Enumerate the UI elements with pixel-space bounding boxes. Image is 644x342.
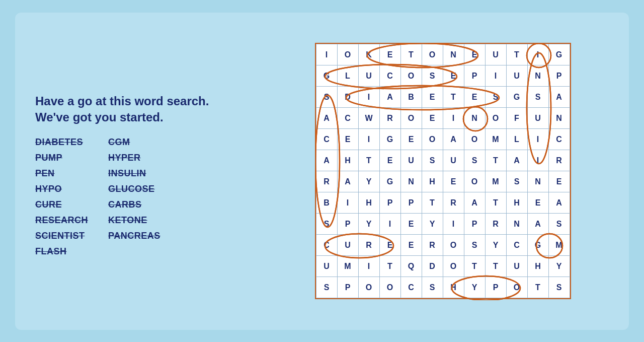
grid-cell: S	[316, 87, 337, 108]
grid-cell: U	[506, 65, 527, 87]
grid-cell: I	[443, 214, 464, 235]
grid-cell: O	[506, 277, 527, 298]
grid-cell: A	[337, 171, 358, 192]
grid-cell: Y	[464, 277, 485, 298]
grid-cell: A	[527, 214, 548, 235]
grid-cell: U	[485, 44, 506, 65]
grid-cell: B	[400, 87, 422, 108]
grid-cell: H	[443, 277, 464, 298]
grid-cell: A	[316, 108, 337, 129]
grid-cell: O	[358, 277, 379, 298]
grid-cell: A	[506, 150, 527, 171]
grid-cell: I	[527, 129, 548, 150]
grid-cell: U	[443, 150, 464, 171]
grid-cell: I	[337, 192, 358, 214]
grid-cell: E	[422, 108, 443, 129]
grid-cell: S	[464, 150, 485, 171]
grid-cell: S	[316, 214, 337, 235]
grid-cell: R	[443, 192, 464, 214]
grid-cell: Y	[548, 256, 570, 277]
grid-cell: N	[527, 65, 548, 87]
grid-cell: Y	[358, 214, 379, 235]
word-item: FLASH	[35, 246, 88, 257]
grid-cell: A	[443, 129, 464, 150]
grid-cell: O	[443, 235, 464, 256]
grid-cell: N	[506, 214, 527, 235]
word-item: INSULIN	[108, 168, 160, 179]
grid-cell: T	[400, 44, 422, 65]
grid-cell: A	[548, 192, 570, 214]
grid-cell: N	[527, 171, 548, 192]
grid-cell: O	[464, 171, 485, 192]
grid-cell: E	[379, 44, 400, 65]
word-item: RESEARCH	[35, 215, 88, 226]
grid-cell: I	[358, 87, 379, 108]
word-item: GLUCOSE	[108, 184, 160, 194]
word-item: CURE	[35, 199, 88, 210]
grid-cell: S	[422, 65, 443, 87]
grid-cell: O	[400, 108, 422, 129]
grid-cell: M	[337, 256, 358, 277]
grid-cell: C	[337, 108, 358, 129]
grid-cell: H	[527, 256, 548, 277]
grid-cell: S	[485, 87, 506, 108]
grid-cell: T	[527, 277, 548, 298]
grid-cell: M	[485, 129, 506, 150]
grid-cell: U	[400, 150, 422, 171]
grid-cell: B	[316, 192, 337, 214]
grid-cell: U	[527, 108, 548, 129]
grid-cell: D	[422, 256, 443, 277]
grid-cell: A	[379, 87, 400, 108]
grid-cell: E	[548, 171, 570, 192]
grid-cell: T	[506, 44, 527, 65]
grid-cell: G	[379, 129, 400, 150]
grid-cell: O	[443, 256, 464, 277]
grid-cell: G	[527, 235, 548, 256]
grid-cell: G	[506, 87, 527, 108]
word-item: PEN	[35, 168, 88, 179]
grid-cell: E	[337, 129, 358, 150]
grid-cell: S	[506, 171, 527, 192]
grid-cell: E	[443, 65, 464, 87]
grid-cell: P	[400, 192, 422, 214]
grid-cell: T	[358, 150, 379, 171]
grid-cell: L	[337, 65, 358, 87]
grid-cell: Q	[400, 256, 422, 277]
grid-cell: S	[527, 87, 548, 108]
grid-cell: O	[400, 65, 422, 87]
grid-cell: H	[358, 192, 379, 214]
grid-cell: I	[485, 65, 506, 87]
grid-cell: I	[316, 44, 337, 65]
word-item: DIABETES	[35, 137, 88, 148]
grid-cell: M	[485, 171, 506, 192]
word-item: KETONE	[108, 215, 160, 226]
grid-cell: I	[527, 44, 548, 65]
grid-cell: E	[400, 235, 422, 256]
grid-cell: T	[485, 150, 506, 171]
grid-cell: P	[464, 65, 485, 87]
page-container: Have a go at this word search.We've got …	[15, 13, 629, 330]
grid-cell: O	[464, 129, 485, 150]
grid-cell: E	[422, 87, 443, 108]
grid-cell: H	[422, 171, 443, 192]
grid-cell: G	[379, 171, 400, 192]
grid-cell: R	[358, 235, 379, 256]
grid-cell: N	[464, 108, 485, 129]
grid-cell: N	[443, 44, 464, 65]
word-column-2: CGMHYPERINSULINGLUCOSECARBSKETONEPANCREA…	[108, 137, 160, 257]
grid-cell: T	[379, 256, 400, 277]
grid-cell: Y	[358, 171, 379, 192]
grid-cell: H	[337, 150, 358, 171]
word-search-grid: IOKETONEUTIGGLUCOSEPIUNPSDIABETESGSAACWR…	[316, 44, 570, 298]
grid-cell: E	[464, 44, 485, 65]
grid-cell: S	[422, 277, 443, 298]
grid-cell: I	[527, 150, 548, 171]
grid-cell: O	[485, 108, 506, 129]
grid-cell: N	[400, 171, 422, 192]
grid-cell: E	[527, 192, 548, 214]
grid-cell: H	[506, 192, 527, 214]
grid-cell: L	[506, 129, 527, 150]
grid-cell: S	[464, 235, 485, 256]
grid-cell: Y	[485, 235, 506, 256]
grid-cell: R	[379, 108, 400, 129]
